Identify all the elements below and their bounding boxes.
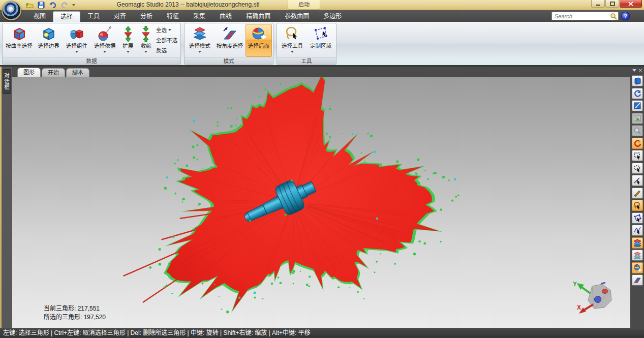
lasso-tool-icon xyxy=(284,25,300,43)
dropdown-caret-icon[interactable] xyxy=(103,51,106,53)
ribbon-tab-view[interactable]: 视图 xyxy=(26,11,53,22)
search-icon[interactable] xyxy=(610,13,617,20)
angle-select-icon xyxy=(633,276,641,284)
open-folder-icon xyxy=(25,2,34,9)
ribbon-tab-tools[interactable]: 工具 xyxy=(80,11,107,22)
lasso-select-icon xyxy=(633,201,641,209)
panel-close-icon[interactable] xyxy=(639,68,642,73)
ribbon-tab-capture[interactable]: 采集 xyxy=(186,11,212,22)
select-visible-button[interactable] xyxy=(632,237,643,249)
undo-button[interactable] xyxy=(48,1,58,9)
tab-start[interactable]: 开始 xyxy=(42,68,65,77)
ribbon-tab-row: 视图 选择 工具 对齐 分析 特征 采集 曲线 精确曲面 参数曲面 多边形 ? xyxy=(0,10,644,22)
fit-view-button[interactable] xyxy=(632,100,643,111)
dropdown-caret-icon[interactable] xyxy=(168,29,171,31)
ellipse-select-button[interactable] xyxy=(632,163,643,174)
paintbrush-select-button[interactable] xyxy=(632,188,643,199)
expand-selection-button[interactable]: 扩展 xyxy=(119,24,137,57)
lasso-select-button[interactable] xyxy=(632,200,643,211)
close-button[interactable] xyxy=(620,0,642,8)
shrink-arrows-icon xyxy=(138,25,154,43)
polygon-select-button[interactable] xyxy=(632,212,643,224)
object-view-button[interactable] xyxy=(632,75,643,86)
group-label-data: 数据 xyxy=(3,57,180,65)
right-toolbar xyxy=(630,67,644,328)
zoom-window-button[interactable] xyxy=(632,125,643,136)
redo-button[interactable] xyxy=(59,1,70,9)
select-all-link[interactable]: 全选 xyxy=(156,26,177,34)
ribbon-tab-select[interactable]: 选择 xyxy=(53,11,80,22)
quick-access-toolbar xyxy=(24,1,75,9)
select-components-button[interactable]: 选择组件 xyxy=(63,24,90,57)
help-button[interactable]: ? xyxy=(621,12,630,20)
select-backface-button[interactable] xyxy=(632,262,643,273)
select-backface-button[interactable]: 选择后面 xyxy=(246,24,272,57)
select-criteria-button[interactable]: 选择依据 xyxy=(91,24,119,57)
select-none-link[interactable]: 全部不选 xyxy=(156,36,177,44)
select-boundary-button[interactable]: 选择边界 xyxy=(35,24,63,57)
save-button[interactable] xyxy=(36,1,46,9)
angle-select-button[interactable] xyxy=(632,274,643,286)
polyline-select-button[interactable] xyxy=(632,225,643,236)
rotate-view-button[interactable] xyxy=(632,88,643,99)
fit-view-icon xyxy=(633,102,641,110)
rotate-view-icon xyxy=(633,89,641,98)
redo-icon xyxy=(60,2,69,9)
window-title: Geomagic Studio 2013 -- baibiqiujietouzo… xyxy=(81,1,295,8)
layers-icon xyxy=(192,25,208,43)
group-label-tools: 工具 xyxy=(277,57,336,65)
criteria-sphere-icon xyxy=(97,25,113,43)
selection-tools-button[interactable]: 选择工具 xyxy=(278,24,306,57)
undo-icon xyxy=(49,2,57,9)
maximize-button[interactable] xyxy=(605,0,619,8)
select-through-icon xyxy=(633,251,641,259)
line-select-button[interactable] xyxy=(632,175,643,186)
ribbon: 按曲率选择 选择边界 xyxy=(0,22,644,67)
rectangle-select-icon xyxy=(633,151,641,160)
panel-dropdown-icon[interactable] xyxy=(632,69,636,72)
selection-mode-button[interactable]: 选择模式 xyxy=(186,24,214,57)
document-tab-bar: 图形 开始 脚本 xyxy=(12,67,630,77)
custom-region-button[interactable]: 定制区域 xyxy=(306,24,335,57)
dropdown-caret-icon[interactable] xyxy=(291,51,294,53)
tab-script[interactable]: 脚本 xyxy=(66,68,89,77)
triangle-stats: 当前三角形: 217,551 所选的三角形: 197,520 xyxy=(44,304,106,322)
launch-tab[interactable]: 启动 xyxy=(288,0,320,10)
dialog-panel-tab[interactable]: 对话框 xyxy=(3,69,11,94)
select-by-angle-button[interactable]: 按角度选择 xyxy=(214,24,246,57)
ribbon-tab-analysis[interactable]: 分析 xyxy=(133,11,160,22)
panel-controls xyxy=(630,67,644,74)
dropdown-caret-icon[interactable] xyxy=(127,51,130,53)
ribbon-group-mode: 选择模式 按角度选择 xyxy=(184,23,273,65)
qat-dropdown-caret-icon[interactable] xyxy=(72,4,75,6)
select-backface-icon xyxy=(633,264,641,272)
3d-viewport[interactable]: Y X 当前三角形: 217,551 所选的三角形: 197,520 xyxy=(12,77,630,328)
backface-sphere-icon xyxy=(251,25,267,43)
minimize-button[interactable] xyxy=(591,0,605,8)
ribbon-tab-curves[interactable]: 曲线 xyxy=(212,11,239,22)
invert-selection-link[interactable]: 反选 xyxy=(156,46,177,54)
curvature-cube-icon xyxy=(11,25,27,43)
rectangle-select-button[interactable] xyxy=(632,150,643,161)
select-through-button[interactable] xyxy=(632,250,643,261)
open-file-button[interactable] xyxy=(24,1,35,9)
app-logo-icon[interactable] xyxy=(2,1,21,20)
ribbon-tab-features[interactable]: 特征 xyxy=(160,11,186,22)
ribbon-tab-exact-surface[interactable]: 精确曲面 xyxy=(239,11,278,22)
ball-joint-part xyxy=(236,168,348,229)
axis-y-label: Y xyxy=(573,281,577,288)
dropdown-caret-icon[interactable] xyxy=(198,51,201,53)
ribbon-tab-parametric-surface[interactable]: 参数曲面 xyxy=(278,11,316,22)
tab-graphics[interactable]: 图形 xyxy=(17,68,41,77)
ribbon-tab-align[interactable]: 对齐 xyxy=(107,11,133,22)
dropdown-caret-icon[interactable] xyxy=(144,51,147,53)
ribbon-tab-polygons[interactable]: 多边形 xyxy=(316,11,349,22)
select-by-curvature-button[interactable]: 按曲率选择 xyxy=(4,24,35,57)
spin-button[interactable] xyxy=(632,138,643,149)
shading-icon xyxy=(633,114,641,122)
dropdown-caret-icon[interactable] xyxy=(75,51,78,53)
search-box[interactable] xyxy=(551,12,619,20)
search-input[interactable] xyxy=(555,13,610,19)
shrink-selection-button[interactable]: 收缩 xyxy=(137,24,155,57)
shading-button[interactable] xyxy=(632,113,643,124)
